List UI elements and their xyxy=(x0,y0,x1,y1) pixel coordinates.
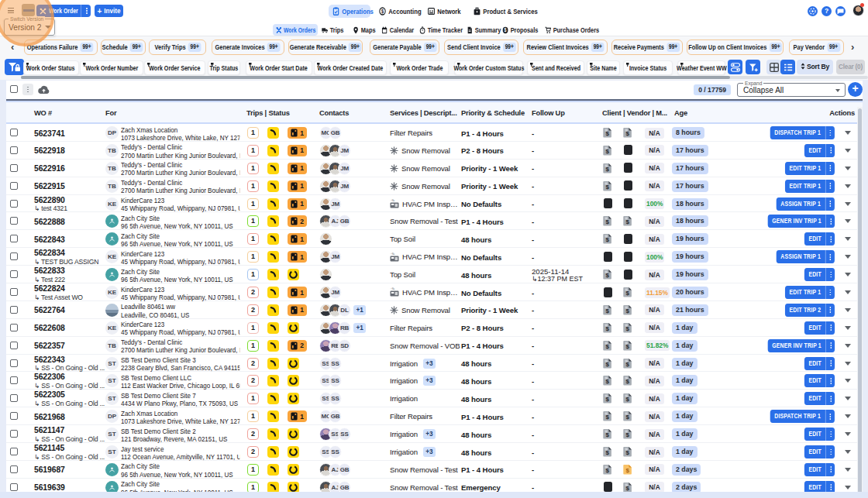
svg-text:$: $ xyxy=(626,431,630,438)
svg-text:$: $ xyxy=(606,343,610,350)
svg-text:$: $ xyxy=(606,272,610,279)
svg-text:$: $ xyxy=(626,307,630,314)
svg-text:$: $ xyxy=(626,343,630,350)
svg-text:$: $ xyxy=(606,467,610,474)
svg-text:$: $ xyxy=(606,130,610,137)
svg-text:$: $ xyxy=(606,361,610,368)
svg-text:$: $ xyxy=(606,184,610,191)
svg-text:$: $ xyxy=(626,379,630,386)
svg-text:$: $ xyxy=(606,397,610,404)
svg-text:$: $ xyxy=(626,290,630,297)
svg-text:$: $ xyxy=(626,361,630,368)
svg-text:$: $ xyxy=(626,467,630,474)
svg-text:·²‰: ·²‰ xyxy=(391,252,395,256)
svg-text:$: $ xyxy=(606,379,610,386)
svg-text:·²‰: ·²‰ xyxy=(391,288,395,291)
svg-text:$: $ xyxy=(626,325,630,332)
svg-text:$: $ xyxy=(626,485,630,492)
svg-text:$: $ xyxy=(606,431,610,438)
svg-text:$: $ xyxy=(606,219,610,226)
svg-text:$: $ xyxy=(626,130,630,137)
svg-text:$: $ xyxy=(606,307,610,314)
svg-text:$: $ xyxy=(626,397,630,404)
svg-text:$: $ xyxy=(606,237,610,244)
svg-text:$: $ xyxy=(606,325,610,332)
svg-text:$: $ xyxy=(606,148,610,155)
svg-text:$: $ xyxy=(606,414,610,421)
svg-text:·²‰: ·²‰ xyxy=(391,199,395,202)
svg-text:$: $ xyxy=(606,166,610,173)
svg-text:$: $ xyxy=(606,449,610,456)
svg-text:$: $ xyxy=(626,414,630,421)
svg-text:$: $ xyxy=(626,449,630,456)
svg-text:$: $ xyxy=(381,8,384,15)
svg-text:$: $ xyxy=(626,219,630,226)
